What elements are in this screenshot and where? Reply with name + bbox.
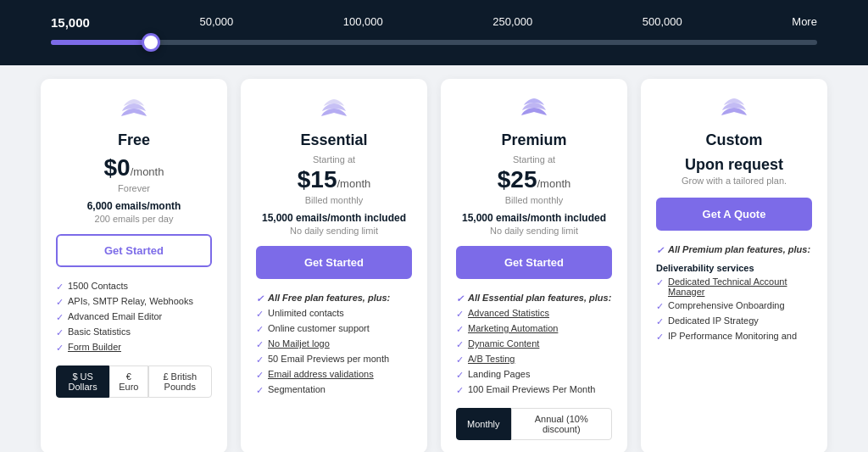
custom-plan-icon bbox=[656, 96, 812, 125]
essential-plan-features: ✓All Free plan features, plus: ✓Unlimite… bbox=[256, 291, 412, 398]
check-icon: ✓ bbox=[456, 293, 464, 304]
slider-track-container[interactable] bbox=[51, 38, 817, 47]
premium-price-amount: $25 bbox=[498, 166, 537, 193]
essential-plan-title: Essential bbox=[256, 131, 412, 149]
free-price-period: /month bbox=[131, 165, 164, 178]
cards-section: Free $0/month Forever 6,000 emails/month… bbox=[0, 65, 868, 452]
free-plan-icon bbox=[56, 96, 212, 125]
essential-plan-billed: Billed monthly bbox=[256, 195, 412, 205]
list-item: ✓Advanced Statistics bbox=[456, 306, 612, 321]
list-item: ✓No Mailjet logo bbox=[256, 337, 412, 352]
slider-value-250000: 250,000 bbox=[492, 15, 532, 30]
check-icon: ✓ bbox=[256, 339, 264, 350]
essential-plan-emails: 15,000 emails/month included bbox=[256, 212, 412, 224]
list-item: ✓Dynamic Content bbox=[456, 337, 612, 352]
check-icon: ✓ bbox=[256, 354, 264, 366]
list-item: ✓Online customer support bbox=[256, 321, 412, 337]
slider-value-more: More bbox=[792, 15, 817, 30]
free-plan-emails: 6,000 emails/month bbox=[56, 200, 212, 212]
slider-value-500000: 500,000 bbox=[643, 15, 682, 30]
slider-track bbox=[51, 40, 817, 45]
list-item: ✓A/B Testing bbox=[456, 352, 612, 367]
plan-card-free: Free $0/month Forever 6,000 emails/month… bbox=[41, 79, 227, 452]
slider-value-100000: 100,000 bbox=[343, 15, 383, 30]
slider-thumb[interactable] bbox=[142, 33, 160, 52]
free-plan-billed: Forever bbox=[56, 183, 212, 193]
premium-plan-emails: 15,000 emails/month included bbox=[456, 212, 612, 224]
check-icon: ✓ bbox=[256, 293, 264, 304]
currency-eur-btn[interactable]: € Euro bbox=[109, 366, 147, 398]
premium-price-period: /month bbox=[537, 177, 570, 190]
free-plan-cta[interactable]: Get Started bbox=[56, 234, 212, 267]
billing-monthly-btn[interactable]: Monthly bbox=[456, 408, 511, 440]
essential-features-header: ✓All Free plan features, plus: bbox=[256, 291, 412, 306]
free-plan-title: Free bbox=[56, 131, 212, 149]
free-plan-emails-sub: 200 emails per day bbox=[56, 214, 212, 224]
premium-plan-features: ✓All Essential plan features, plus: ✓Adv… bbox=[456, 291, 612, 398]
check-icon: ✓ bbox=[456, 354, 464, 366]
check-icon: ✓ bbox=[256, 309, 264, 320]
list-item: ✓Email address validations bbox=[256, 367, 412, 382]
list-item: ✓Segmentation bbox=[256, 382, 412, 398]
check-icon: ✓ bbox=[56, 343, 64, 354]
premium-features-header: ✓All Essential plan features, plus: bbox=[456, 291, 612, 306]
premium-plan-cta[interactable]: Get Started bbox=[456, 246, 612, 279]
check-icon: ✓ bbox=[456, 309, 464, 320]
check-icon: ✓ bbox=[56, 312, 64, 323]
currency-usd-btn[interactable]: $ US Dollars bbox=[56, 366, 109, 398]
custom-plan-title: Custom bbox=[656, 131, 812, 149]
slider-value-50000: 50,000 bbox=[199, 15, 233, 30]
list-item: ✓Landing Pages bbox=[456, 367, 612, 382]
custom-upon-request: Upon request bbox=[656, 156, 812, 174]
essential-plan-price: $15/month bbox=[256, 166, 412, 193]
essential-plan-icon bbox=[256, 96, 412, 125]
currency-gbp-btn[interactable]: £ British Pounds bbox=[148, 366, 213, 398]
list-item: ✓Comprehensive Onboarding bbox=[656, 299, 812, 314]
check-icon: ✓ bbox=[656, 245, 664, 256]
premium-plan-emails-sub: No daily sending limit bbox=[456, 226, 612, 236]
check-icon: ✓ bbox=[256, 370, 264, 381]
plan-card-premium: Premium Starting at $25/month Billed mon… bbox=[441, 79, 627, 452]
custom-features-header: ✓All Premium plan features, plus: bbox=[656, 243, 812, 258]
billing-toggle[interactable]: Monthly Annual (10% discount) bbox=[456, 408, 612, 440]
free-plan-price: $0/month bbox=[56, 154, 212, 181]
list-item: ✓Advanced Email Editor bbox=[56, 310, 212, 325]
slider-labels: 15,000 50,000 100,000 250,000 500,000 Mo… bbox=[51, 15, 817, 30]
list-item: ✓Marketing Automation bbox=[456, 321, 612, 337]
list-item: ✓50 Email Previews per month bbox=[256, 352, 412, 367]
essential-price-amount: $15 bbox=[298, 166, 337, 193]
essential-price-period: /month bbox=[337, 177, 370, 190]
check-icon: ✓ bbox=[656, 301, 664, 312]
check-icon: ✓ bbox=[456, 370, 464, 381]
check-icon: ✓ bbox=[456, 339, 464, 350]
check-icon: ✓ bbox=[656, 332, 664, 343]
plan-card-essential: Essential Starting at $15/month Billed m… bbox=[241, 79, 427, 452]
premium-plan-billed: Billed monthly bbox=[456, 195, 612, 205]
check-icon: ✓ bbox=[56, 327, 64, 338]
list-item: ✓Basic Statistics bbox=[56, 325, 212, 340]
deliverability-label: Deliverability services bbox=[656, 261, 812, 275]
check-icon: ✓ bbox=[656, 277, 664, 288]
check-icon: ✓ bbox=[456, 385, 464, 396]
essential-plan-starting: Starting at bbox=[256, 154, 412, 165]
custom-plan-cta[interactable]: Get A Quote bbox=[656, 198, 812, 231]
check-icon: ✓ bbox=[56, 297, 64, 308]
check-icon: ✓ bbox=[256, 324, 264, 335]
list-item: ✓IP Performance Monitoring and bbox=[656, 329, 812, 344]
slider-section: 15,000 50,000 100,000 250,000 500,000 Mo… bbox=[0, 0, 868, 65]
list-item: ✓Dedicated Technical Account Manager bbox=[656, 275, 812, 299]
currency-toggle[interactable]: $ US Dollars € Euro £ British Pounds bbox=[56, 366, 212, 398]
essential-plan-cta[interactable]: Get Started bbox=[256, 246, 412, 279]
check-icon: ✓ bbox=[456, 324, 464, 335]
essential-plan-emails-sub: No daily sending limit bbox=[256, 226, 412, 236]
premium-plan-title: Premium bbox=[456, 131, 612, 149]
list-item: ✓Unlimited contacts bbox=[256, 306, 412, 321]
premium-plan-starting: Starting at bbox=[456, 154, 612, 165]
slider-value-15000: 15,000 bbox=[51, 15, 90, 30]
list-item: ✓Form Builder bbox=[56, 340, 212, 355]
slider-fill bbox=[51, 40, 151, 45]
check-icon: ✓ bbox=[656, 316, 664, 327]
billing-annual-btn[interactable]: Annual (10% discount) bbox=[511, 408, 612, 440]
check-icon: ✓ bbox=[256, 385, 264, 396]
list-item: ✓APIs, SMTP Relay, Webhooks bbox=[56, 294, 212, 310]
